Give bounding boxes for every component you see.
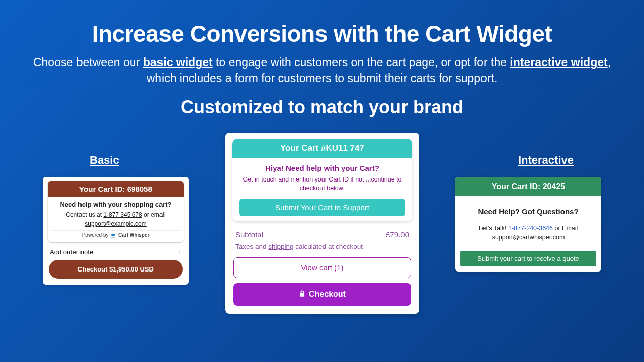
basic-contact-prefix: Contact us at — [66, 211, 103, 218]
basic-checkout-button[interactable]: Checkout $1,950.00 USD — [49, 260, 183, 279]
subtext-mid: to engage with customers on the cart pag… — [213, 56, 510, 69]
basic-contact-suffix: or email — [142, 211, 166, 218]
int-cart-header: Your Cart ID: 20425 — [455, 177, 601, 196]
int-email-line: support@cartwhisper.com — [455, 234, 601, 241]
interactive-widget-link[interactable]: interactive widget — [510, 56, 607, 69]
view-cart-button[interactable]: View cart (1) — [233, 257, 411, 278]
mid-cart-header: Your Cart #KU11 747 — [232, 139, 412, 158]
cart-icon — [110, 233, 116, 238]
page-subtext: Choose between our basic widget to engag… — [30, 54, 614, 86]
svg-point-1 — [114, 237, 115, 238]
basic-help-text: Need help with your shopping cart? — [52, 201, 180, 208]
basic-phone-link[interactable]: 1-877 345 678 — [103, 211, 142, 218]
basic-cart-id-header: Your Cart ID: 698058 — [48, 181, 184, 197]
tax-line: Taxes and shipping calculated at checkou… — [235, 243, 409, 250]
brand-name: Cart Whisper — [118, 232, 149, 238]
basic-contact-line: Contact us at 1-877 345 678 or email — [52, 211, 180, 218]
lock-icon — [299, 290, 306, 299]
basic-email-line: support@example.com — [48, 220, 184, 227]
shipping-link[interactable]: shipping — [268, 243, 293, 250]
powered-by: Powered by Cart Whisper — [52, 230, 180, 239]
interactive-label: Interactive — [518, 154, 574, 167]
page-headline: Increase Conversions with the Cart Widge… — [0, 20, 644, 47]
int-help-text: Need Help? Got Questions? — [460, 207, 596, 216]
subtext-prefix: Choose between our — [33, 56, 143, 69]
basic-email-link[interactable]: support@example.com — [85, 220, 147, 227]
middle-widget-card: Your Cart #KU11 747 Hiya! Need help with… — [225, 133, 419, 314]
add-note-label: Add order note — [50, 248, 93, 256]
subtotal-row: Subtotal £79.00 — [235, 230, 409, 239]
int-talk-line: Let's Talk! 1-877-240-3646 or Email — [460, 225, 596, 232]
basic-widget-card: Your Cart ID: 698058 Need help with your… — [43, 177, 189, 284]
interactive-widget-card: Your Cart ID: 20425 Need Help? Got Quest… — [455, 177, 601, 272]
add-order-note[interactable]: Add order note + — [48, 242, 184, 260]
int-submit-button[interactable]: Submit your cart to receive a quote — [460, 251, 596, 266]
basic-widget-inner: Your Cart ID: 698058 Need help with your… — [48, 181, 184, 242]
basic-widget-link[interactable]: basic widget — [143, 56, 213, 69]
tax-suffix: calculated at checkout — [294, 243, 363, 250]
mid-checkout-button[interactable]: Checkout — [233, 283, 411, 306]
mid-checkout-label: Checkout — [309, 290, 346, 298]
plus-icon: + — [178, 248, 182, 256]
mid-touch-text: Get in touch and mention your Cart ID if… — [242, 175, 403, 193]
subtotal-label: Subtotal — [235, 230, 263, 239]
mid-submit-button[interactable]: Submit Your Cart to Support — [239, 199, 405, 216]
powered-label: Powered by — [82, 232, 109, 238]
int-email-text: support@cartwhisper.com — [492, 234, 565, 241]
int-phone-link[interactable]: 1-877-240-3646 — [508, 225, 553, 232]
customize-heading: Customized to match your brand — [0, 97, 644, 118]
mid-hiya-text: Hiya! Need help with your Cart? — [232, 164, 412, 172]
int-talk-prefix: Let's Talk! — [479, 225, 508, 232]
subtotal-value: £79.00 — [386, 230, 409, 239]
basic-label: Basic — [90, 154, 119, 167]
int-talk-suffix: or Email — [553, 225, 578, 232]
tax-prefix: Taxes and — [235, 243, 268, 250]
middle-widget-inner: Your Cart #KU11 747 Hiya! Need help with… — [232, 139, 412, 221]
svg-point-0 — [112, 237, 113, 238]
